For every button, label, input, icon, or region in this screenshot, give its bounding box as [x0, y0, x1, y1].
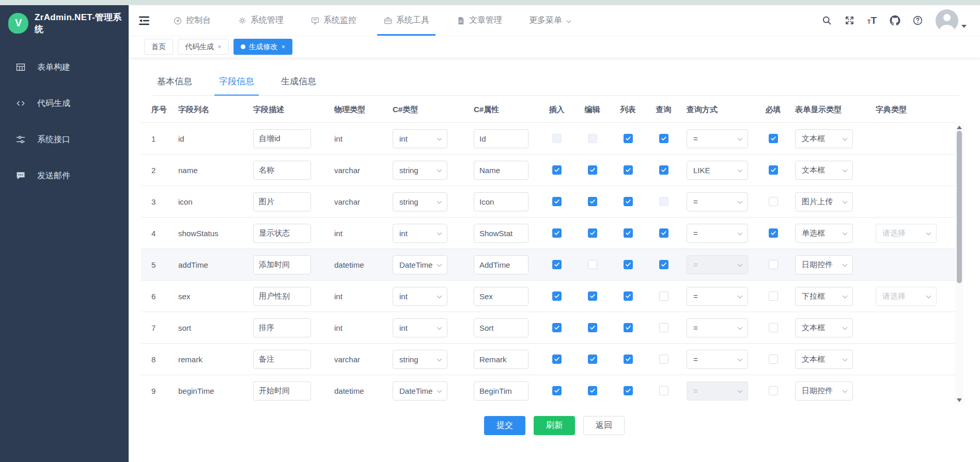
query-checkbox-checked[interactable] — [659, 165, 668, 175]
csharp-type-select[interactable]: int — [393, 224, 447, 243]
csharp-property-input[interactable] — [474, 129, 528, 148]
edit-checkbox-checked[interactable] — [588, 355, 597, 364]
insert-checkbox-checked[interactable] — [552, 355, 562, 364]
query-mode-select[interactable]: = — [687, 192, 748, 211]
nav-item-6[interactable]: 更多菜单 — [516, 5, 585, 36]
description-input[interactable] — [253, 255, 311, 274]
display-type-select[interactable]: 日期控件 — [795, 381, 853, 401]
query-checkbox-checked[interactable] — [659, 260, 668, 269]
scroll-up-icon[interactable] — [955, 124, 963, 131]
nav-item-1[interactable]: 控制台 — [160, 5, 224, 36]
tab-2[interactable]: 字段信息 — [214, 75, 259, 96]
nav-item-5[interactable]: 文章管理 — [443, 5, 516, 36]
csharp-property-input[interactable] — [474, 161, 528, 180]
github-icon[interactable] — [886, 12, 904, 29]
list-checkbox-checked[interactable] — [624, 197, 633, 206]
display-type-select[interactable]: 单选框 — [795, 224, 853, 243]
insert-checkbox-checked[interactable] — [552, 197, 562, 206]
query-checkbox-unchecked[interactable] — [659, 355, 668, 364]
tag-2[interactable]: 代码生成× — [178, 39, 229, 55]
csharp-property-input[interactable] — [474, 318, 528, 337]
list-checkbox-checked[interactable] — [624, 228, 633, 238]
sidebar-item-1[interactable]: 表单构建 — [0, 49, 129, 85]
edit-checkbox-checked[interactable] — [588, 291, 597, 301]
query-mode-select[interactable]: = — [687, 224, 748, 243]
query-checkbox-checked[interactable] — [659, 228, 668, 238]
edit-checkbox-unchecked[interactable] — [588, 260, 597, 269]
query-checkbox-unchecked[interactable] — [659, 386, 668, 395]
edit-checkbox-checked[interactable] — [588, 323, 597, 332]
menu-fold-icon[interactable] — [129, 5, 160, 36]
edit-checkbox-checked[interactable] — [588, 197, 597, 206]
sidebar-item-3[interactable]: 系统接口 — [0, 121, 129, 158]
dict-type-select[interactable]: 请选择 — [876, 224, 937, 243]
list-checkbox-checked[interactable] — [624, 165, 633, 175]
tab-3[interactable]: 生成信息 — [276, 75, 321, 96]
display-type-select[interactable]: 文本框 — [795, 129, 853, 148]
submit-button[interactable]: 提交 — [484, 416, 525, 435]
edit-checkbox-checked[interactable] — [588, 386, 597, 395]
csharp-property-input[interactable] — [474, 287, 528, 306]
csharp-type-select[interactable]: int — [393, 318, 447, 337]
query-mode-select[interactable]: LIKE — [687, 161, 748, 180]
back-button[interactable]: 返回 — [583, 416, 625, 435]
query-mode-select[interactable]: = — [687, 129, 748, 148]
insert-checkbox-checked[interactable] — [552, 165, 562, 175]
scrollbar-thumb[interactable] — [957, 131, 962, 283]
csharp-property-input[interactable] — [474, 381, 528, 401]
query-checkbox-checked[interactable] — [659, 134, 668, 143]
query-mode-select[interactable]: = — [687, 350, 748, 369]
refresh-button[interactable]: 刷新 — [534, 416, 575, 435]
nav-item-2[interactable]: 系统管理 — [224, 5, 297, 36]
edit-checkbox-checked[interactable] — [588, 228, 597, 238]
description-input[interactable] — [253, 318, 311, 337]
display-type-select[interactable]: 下拉框 — [795, 287, 853, 306]
description-input[interactable] — [253, 224, 311, 243]
close-icon[interactable]: × — [217, 43, 222, 50]
csharp-type-select[interactable]: DateTime — [393, 255, 447, 274]
description-input[interactable] — [253, 350, 311, 369]
list-checkbox-checked[interactable] — [624, 386, 633, 395]
insert-checkbox-checked[interactable] — [552, 323, 562, 332]
query-mode-select[interactable]: = — [687, 318, 748, 337]
required-checkbox-unchecked[interactable] — [769, 386, 778, 395]
list-checkbox-checked[interactable] — [624, 323, 633, 332]
help-icon[interactable] — [909, 12, 926, 29]
csharp-property-input[interactable] — [474, 192, 528, 211]
required-checkbox-checked[interactable] — [769, 134, 778, 143]
list-checkbox-checked[interactable] — [624, 260, 633, 269]
query-mode-select[interactable]: = — [687, 287, 748, 306]
csharp-property-input[interactable] — [474, 255, 528, 274]
search-icon[interactable] — [818, 12, 835, 29]
logo[interactable]: V ZrAdmin.NET-管理系统 — [0, 5, 129, 41]
required-checkbox-unchecked[interactable] — [769, 323, 778, 332]
tab-1[interactable]: 基本信息 — [152, 75, 197, 96]
required-checkbox-checked[interactable] — [769, 165, 778, 175]
tag-3[interactable]: 生成修改× — [234, 39, 293, 55]
list-checkbox-checked[interactable] — [624, 291, 633, 301]
csharp-type-select[interactable]: string — [393, 350, 447, 369]
display-type-select[interactable]: 文本框 — [795, 318, 853, 337]
required-checkbox-checked[interactable] — [769, 228, 778, 238]
list-checkbox-checked[interactable] — [624, 134, 633, 143]
scroll-down-icon[interactable] — [955, 396, 963, 404]
nav-item-3[interactable]: 系统监控 — [297, 5, 370, 36]
csharp-property-input[interactable] — [474, 224, 528, 243]
query-checkbox-unchecked[interactable] — [659, 291, 668, 301]
fontsize-icon[interactable]: TT — [863, 12, 881, 29]
tag-1[interactable]: 首页 — [144, 39, 173, 55]
csharp-property-input[interactable] — [474, 350, 528, 369]
close-icon[interactable]: × — [282, 43, 286, 50]
fullscreen-icon[interactable] — [841, 12, 858, 29]
insert-checkbox-checked[interactable] — [552, 386, 562, 395]
dict-type-select[interactable]: 请选择 — [876, 287, 937, 306]
insert-checkbox-checked[interactable] — [552, 291, 562, 301]
description-input[interactable] — [253, 192, 311, 211]
user-menu[interactable] — [936, 9, 967, 32]
nav-item-4[interactable]: 系统工具 — [370, 5, 443, 36]
description-input[interactable] — [253, 161, 311, 180]
display-type-select[interactable]: 图片上传 — [795, 192, 853, 211]
csharp-type-select[interactable]: string — [393, 161, 447, 180]
required-checkbox-unchecked[interactable] — [769, 355, 778, 364]
sidebar-item-4[interactable]: 发送邮件 — [0, 158, 129, 194]
